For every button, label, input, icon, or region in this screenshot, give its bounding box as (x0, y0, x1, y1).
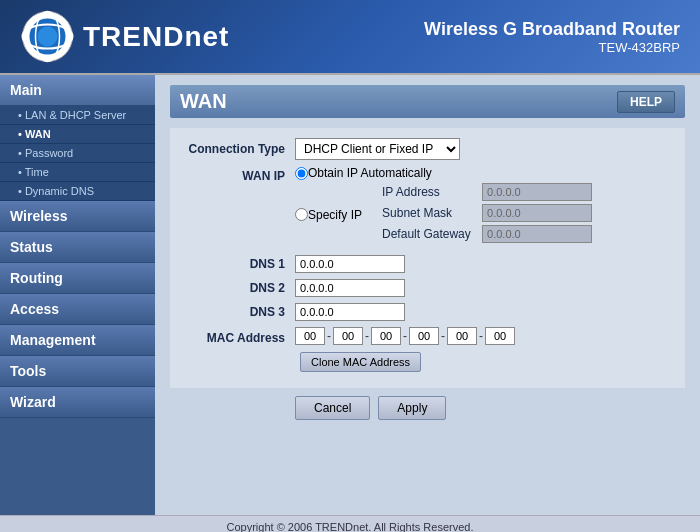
specify-ip-label: Specify IP (308, 208, 362, 222)
trendnet-logo-icon (20, 9, 75, 64)
header: TRENDnet Wireless G Broadband Router TEW… (0, 0, 700, 75)
mac-field-2[interactable] (333, 327, 363, 345)
sidebar-section-wireless[interactable]: Wireless (0, 201, 155, 232)
sidebar-item-time[interactable]: Time (0, 163, 155, 182)
obtain-auto-label: Obtain IP Automatically (308, 166, 432, 180)
logo-text: TRENDnet (83, 21, 229, 53)
sidebar-item-lan-dhcp[interactable]: LAN & DHCP Server (0, 106, 155, 125)
sidebar-section-routing[interactable]: Routing (0, 263, 155, 294)
mac-fields-row: - - - - - (295, 327, 515, 345)
subnet-mask-input[interactable] (482, 204, 592, 222)
footer-text: Copyright © 2006 TRENDnet. All Rights Re… (227, 521, 474, 532)
default-gateway-label: Default Gateway (382, 227, 482, 241)
ip-address-input[interactable] (482, 183, 592, 201)
default-gateway-input[interactable] (482, 225, 592, 243)
specify-ip-row: Specify IP IP Address Subnet Mask (295, 183, 680, 246)
dns2-input[interactable] (295, 279, 405, 297)
sidebar-item-dynamic-dns[interactable]: Dynamic DNS (0, 182, 155, 201)
dns3-input[interactable] (295, 303, 405, 321)
sidebar: Main LAN & DHCP Server WAN Password Time… (0, 75, 155, 515)
obtain-auto-radio[interactable] (295, 167, 308, 180)
dns1-label: DNS 1 (175, 257, 295, 271)
page-title: WAN (180, 90, 227, 113)
sidebar-section-tools[interactable]: Tools (0, 356, 155, 387)
product-info: Wireless G Broadband Router TEW-432BRP (424, 19, 680, 55)
dns1-row: DNS 1 (175, 255, 680, 273)
specify-ip-radio[interactable] (295, 208, 308, 221)
mac-sep-4: - (439, 329, 447, 343)
mac-field-1[interactable] (295, 327, 325, 345)
mac-field-5[interactable] (447, 327, 477, 345)
mac-sep-1: - (325, 329, 333, 343)
form-area: Connection Type DHCP Client or Fixed IP … (170, 128, 685, 388)
ip-address-label: IP Address (382, 185, 482, 199)
sidebar-item-wan[interactable]: WAN (0, 125, 155, 144)
dns2-row: DNS 2 (175, 279, 680, 297)
content-header: WAN HELP (170, 85, 685, 118)
svg-point-2 (38, 27, 58, 47)
mac-field-4[interactable] (409, 327, 439, 345)
mac-sep-5: - (477, 329, 485, 343)
clone-mac-button[interactable]: Clone MAC Address (300, 352, 421, 372)
dns2-label: DNS 2 (175, 281, 295, 295)
sidebar-section-wizard[interactable]: Wizard (0, 387, 155, 418)
wan-ip-label: WAN IP (175, 166, 295, 183)
sidebar-section-management[interactable]: Management (0, 325, 155, 356)
default-gateway-row: Default Gateway (382, 225, 592, 243)
connection-type-row: Connection Type DHCP Client or Fixed IP … (175, 138, 680, 160)
mac-sep-2: - (363, 329, 371, 343)
dns1-input[interactable] (295, 255, 405, 273)
obtain-auto-row: Obtain IP Automatically (295, 166, 680, 180)
product-name: Wireless G Broadband Router (424, 19, 680, 40)
product-model: TEW-432BRP (424, 40, 680, 55)
help-button[interactable]: HELP (617, 91, 675, 113)
main-layout: Main LAN & DHCP Server WAN Password Time… (0, 75, 700, 515)
footer: Copyright © 2006 TRENDnet. All Rights Re… (0, 515, 700, 532)
sidebar-item-password[interactable]: Password (0, 144, 155, 163)
connection-type-label: Connection Type (175, 142, 295, 156)
sidebar-section-status[interactable]: Status (0, 232, 155, 263)
action-buttons: Cancel Apply (170, 396, 685, 420)
sidebar-section-access[interactable]: Access (0, 294, 155, 325)
dns3-label: DNS 3 (175, 305, 295, 319)
ip-fields: IP Address Subnet Mask Default Gateway (382, 183, 592, 246)
subnet-mask-label: Subnet Mask (382, 206, 482, 220)
wan-ip-section: WAN IP Obtain IP Automatically Specify I… (175, 166, 680, 249)
mac-field-6[interactable] (485, 327, 515, 345)
mac-field-3[interactable] (371, 327, 401, 345)
apply-button[interactable]: Apply (378, 396, 446, 420)
mac-address-label: MAC Address (175, 331, 295, 345)
logo-area: TRENDnet (20, 9, 229, 64)
subnet-mask-row: Subnet Mask (382, 204, 592, 222)
dns3-row: DNS 3 (175, 303, 680, 321)
mac-address-row: MAC Address - - - - - (175, 327, 680, 372)
connection-type-select[interactable]: DHCP Client or Fixed IP PPPoE PPTP L2TP (295, 138, 460, 160)
wan-ip-options: Obtain IP Automatically Specify IP IP Ad… (295, 166, 680, 249)
cancel-button[interactable]: Cancel (295, 396, 370, 420)
content-area: WAN HELP Connection Type DHCP Client or … (155, 75, 700, 515)
ip-address-row: IP Address (382, 183, 592, 201)
mac-sep-3: - (401, 329, 409, 343)
sidebar-section-main[interactable]: Main (0, 75, 155, 106)
